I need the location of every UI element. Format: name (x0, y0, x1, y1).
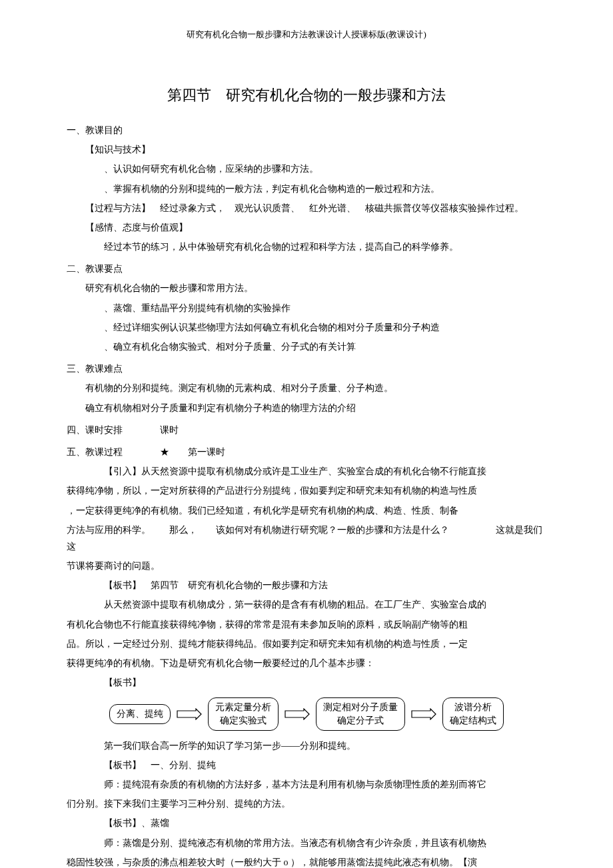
section-4-heading: 四、课时安排 课时 (67, 422, 546, 438)
board-writing-4: 【板书】、蒸馏 (85, 815, 546, 831)
board-writing-1: 【板书】 第四节 研究有机化合物的一般步骤和方法 (85, 577, 546, 594)
section-2-item-1: 研究有机化合物的一般步骤和常用方法。 (85, 280, 546, 296)
body-para-11: 师：提纯混有杂质的有机物的方法好多，基本方法是利用有机物与杂质物理性质的差别而将… (85, 776, 546, 793)
section-2-item-3: 、经过详细实例认识某些物理方法如何确立有机化合物的相对分子质量和分子构造 (104, 319, 546, 336)
board-writing-2: 【板书】 (85, 674, 546, 691)
section-3-heading: 三、教课难点 (67, 360, 546, 377)
intro-para-5: 节课将要商讨的问题。 (67, 558, 546, 574)
flow-box-4-line-2: 确定结构式 (450, 714, 496, 727)
intro-para-4: 方法与应用的科学。 那么， 该如何对有机物进行研究呢？一般的步骤和方法是什么？ … (67, 522, 546, 555)
section-3-item-1: 有机物的分别和提纯。测定有机物的元素构成、相对分子质量、分子构造。 (85, 380, 546, 396)
section-5-heading: 五、教课过程 ★ 第一课时 (67, 444, 546, 460)
board-writing-3: 【板书】 一、分别、提纯 (85, 757, 546, 773)
section-1-heading: 一、教课目的 (67, 122, 546, 139)
body-para-8: 品。所以，一定经过分别、提纯才能获得纯品。假如要判定和研究未知有机物的构造与性质… (67, 636, 546, 652)
body-para-13: 师：蒸馏是分别、提纯液态有机物的常用方法。当液态有机物含有少许杂质，并且该有机物… (85, 835, 546, 851)
intro-para-3: ，一定获得更纯净的有机物。我们已经知道，有机化学是研究有机物的构成、构造、性质、… (67, 502, 546, 519)
flow-box-2-line-2: 确定实验式 (215, 714, 271, 727)
section-3-item-2: 确立有机物相对分子质量和判定有机物分子构造的物理方法的介绍 (85, 400, 546, 416)
flow-box-3-line-1: 测定相对分子质量 (323, 701, 398, 714)
section-1-item-1: 、认识如何研究有机化合物，应采纳的步骤和方法。 (104, 161, 546, 177)
body-para-7: 有机化合物也不行能直接获得纯净物，获得的常常是混有未参加反响的原料，或反响副产物… (67, 616, 546, 633)
section-1-sub-1: 【知识与技术】 (85, 141, 546, 158)
body-para-9: 获得更纯净的有机物。下边是研究有机化合物一般要经过的几个基本步骤： (67, 655, 546, 671)
flow-box-2-line-1: 元素定量分析 (215, 701, 271, 714)
flow-box-4: 波谱分析 确定结构式 (442, 697, 504, 730)
section-1-item-2: 、掌握有机物的分别和提纯的一般方法，判定有机化合物构造的一般过程和方法。 (104, 181, 546, 197)
body-para-6: 从天然资源中提取有机物成分，第一获得的是含有有机物的粗品。在工厂生产、实验室合成… (85, 596, 546, 613)
intro-para-1: 【引入】从天然资源中提取有机物成分或许是工业生产、实验室合成的有机化合物不行能直… (85, 463, 546, 480)
arrow-icon (176, 708, 203, 720)
flow-box-1: 分离、提纯 (109, 704, 171, 724)
body-para-10: 第一我们联合高一所学的知识了学习第一步——分别和提纯。 (85, 737, 546, 754)
section-1-item-3: 经过本节的练习，从中体验研究有机化合物的过程和科学方法，提高自己的科学修养。 (104, 238, 546, 255)
main-title: 第四节 研究有机化合物的一般步骤和方法 (67, 82, 546, 109)
arrow-icon (410, 708, 437, 720)
flow-box-3-line-2: 确定分子式 (323, 714, 398, 727)
flow-box-2: 元素定量分析 确定实验式 (208, 697, 279, 730)
section-1-sub-3: 【感情、态度与价值观】 (85, 219, 546, 236)
intro-para-2: 获得纯净物，所以，一定对所获得的产品进行分别提纯，假如要判定和研究未知有机物的构… (67, 482, 546, 499)
section-2-heading: 二、教课要点 (67, 260, 546, 277)
body-para-12: 们分别。接下来我们主要学习三种分别、提纯的方法。 (67, 795, 546, 812)
flow-box-4-line-1: 波谱分析 (450, 701, 496, 714)
body-para-14: 稳固性较强，与杂质的沸点相差较大时（一般约大于 o ），就能够用蒸馏法提纯此液态… (67, 854, 546, 868)
section-2-item-4: 、确立有机化合物实验式、相对分子质量、分子式的有关计算 (104, 338, 546, 355)
section-2-item-2: 、蒸馏、重结晶平分别提纯有机物的实验操作 (104, 300, 546, 316)
arrow-icon (284, 708, 310, 720)
running-header: 研究有机化合物一般步骤和方法教课设计人授课标版(教课设计) (67, 27, 546, 42)
flow-box-3: 测定相对分子质量 确定分子式 (316, 697, 405, 730)
section-1-sub-2: 【过程与方法】 经过录象方式， 观光认识质普、 红外光谱、 核磁共振普仪等仪器核… (85, 200, 546, 217)
flowchart: 分离、提纯 元素定量分析 确定实验式 测定相对分子质量 确定分子式 波谱分析 确… (67, 697, 546, 730)
